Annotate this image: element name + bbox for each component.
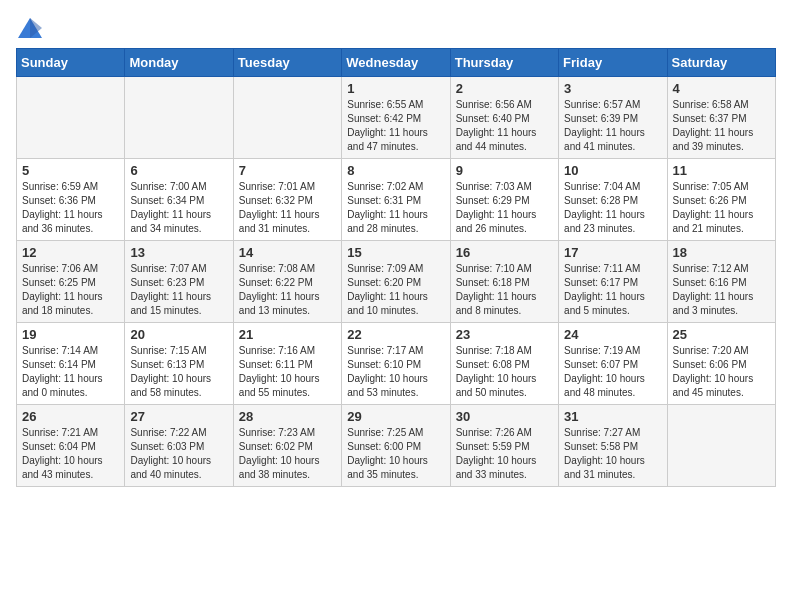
calendar-cell: 11Sunrise: 7:05 AMSunset: 6:26 PMDayligh…: [667, 159, 775, 241]
header-day-tuesday: Tuesday: [233, 49, 341, 77]
calendar-cell: 20Sunrise: 7:15 AMSunset: 6:13 PMDayligh…: [125, 323, 233, 405]
day-info: Sunrise: 7:16 AMSunset: 6:11 PMDaylight:…: [239, 344, 336, 400]
calendar-cell: [17, 77, 125, 159]
day-info: Sunrise: 7:08 AMSunset: 6:22 PMDaylight:…: [239, 262, 336, 318]
calendar: SundayMondayTuesdayWednesdayThursdayFrid…: [16, 48, 776, 487]
day-number: 21: [239, 327, 336, 342]
day-number: 27: [130, 409, 227, 424]
day-number: 29: [347, 409, 444, 424]
week-row-3: 12Sunrise: 7:06 AMSunset: 6:25 PMDayligh…: [17, 241, 776, 323]
day-number: 23: [456, 327, 553, 342]
calendar-cell: 31Sunrise: 7:27 AMSunset: 5:58 PMDayligh…: [559, 405, 667, 487]
day-info: Sunrise: 7:02 AMSunset: 6:31 PMDaylight:…: [347, 180, 444, 236]
day-number: 20: [130, 327, 227, 342]
day-info: Sunrise: 7:25 AMSunset: 6:00 PMDaylight:…: [347, 426, 444, 482]
calendar-cell: 4Sunrise: 6:58 AMSunset: 6:37 PMDaylight…: [667, 77, 775, 159]
calendar-cell: [125, 77, 233, 159]
day-info: Sunrise: 7:18 AMSunset: 6:08 PMDaylight:…: [456, 344, 553, 400]
day-number: 16: [456, 245, 553, 260]
header-day-sunday: Sunday: [17, 49, 125, 77]
day-info: Sunrise: 6:56 AMSunset: 6:40 PMDaylight:…: [456, 98, 553, 154]
calendar-cell: 1Sunrise: 6:55 AMSunset: 6:42 PMDaylight…: [342, 77, 450, 159]
calendar-cell: 17Sunrise: 7:11 AMSunset: 6:17 PMDayligh…: [559, 241, 667, 323]
day-info: Sunrise: 6:57 AMSunset: 6:39 PMDaylight:…: [564, 98, 661, 154]
day-number: 9: [456, 163, 553, 178]
day-info: Sunrise: 6:58 AMSunset: 6:37 PMDaylight:…: [673, 98, 770, 154]
calendar-cell: 14Sunrise: 7:08 AMSunset: 6:22 PMDayligh…: [233, 241, 341, 323]
day-number: 13: [130, 245, 227, 260]
week-row-2: 5Sunrise: 6:59 AMSunset: 6:36 PMDaylight…: [17, 159, 776, 241]
day-number: 31: [564, 409, 661, 424]
day-info: Sunrise: 6:59 AMSunset: 6:36 PMDaylight:…: [22, 180, 119, 236]
day-number: 15: [347, 245, 444, 260]
calendar-cell: 9Sunrise: 7:03 AMSunset: 6:29 PMDaylight…: [450, 159, 558, 241]
day-info: Sunrise: 7:03 AMSunset: 6:29 PMDaylight:…: [456, 180, 553, 236]
day-info: Sunrise: 7:22 AMSunset: 6:03 PMDaylight:…: [130, 426, 227, 482]
calendar-cell: 25Sunrise: 7:20 AMSunset: 6:06 PMDayligh…: [667, 323, 775, 405]
calendar-cell: 15Sunrise: 7:09 AMSunset: 6:20 PMDayligh…: [342, 241, 450, 323]
calendar-cell: 2Sunrise: 6:56 AMSunset: 6:40 PMDaylight…: [450, 77, 558, 159]
day-info: Sunrise: 7:00 AMSunset: 6:34 PMDaylight:…: [130, 180, 227, 236]
day-number: 18: [673, 245, 770, 260]
day-number: 17: [564, 245, 661, 260]
calendar-cell: 22Sunrise: 7:17 AMSunset: 6:10 PMDayligh…: [342, 323, 450, 405]
day-info: Sunrise: 7:05 AMSunset: 6:26 PMDaylight:…: [673, 180, 770, 236]
calendar-cell: 16Sunrise: 7:10 AMSunset: 6:18 PMDayligh…: [450, 241, 558, 323]
day-number: 12: [22, 245, 119, 260]
day-number: 28: [239, 409, 336, 424]
day-info: Sunrise: 7:17 AMSunset: 6:10 PMDaylight:…: [347, 344, 444, 400]
day-number: 11: [673, 163, 770, 178]
header-day-wednesday: Wednesday: [342, 49, 450, 77]
day-number: 4: [673, 81, 770, 96]
day-info: Sunrise: 7:27 AMSunset: 5:58 PMDaylight:…: [564, 426, 661, 482]
day-number: 24: [564, 327, 661, 342]
calendar-cell: 19Sunrise: 7:14 AMSunset: 6:14 PMDayligh…: [17, 323, 125, 405]
day-number: 22: [347, 327, 444, 342]
day-number: 8: [347, 163, 444, 178]
logo-icon: [16, 16, 44, 40]
week-row-5: 26Sunrise: 7:21 AMSunset: 6:04 PMDayligh…: [17, 405, 776, 487]
day-info: Sunrise: 7:20 AMSunset: 6:06 PMDaylight:…: [673, 344, 770, 400]
calendar-cell: 30Sunrise: 7:26 AMSunset: 5:59 PMDayligh…: [450, 405, 558, 487]
day-info: Sunrise: 7:26 AMSunset: 5:59 PMDaylight:…: [456, 426, 553, 482]
calendar-cell: 26Sunrise: 7:21 AMSunset: 6:04 PMDayligh…: [17, 405, 125, 487]
calendar-cell: [667, 405, 775, 487]
calendar-header-row: SundayMondayTuesdayWednesdayThursdayFrid…: [17, 49, 776, 77]
day-number: 5: [22, 163, 119, 178]
day-info: Sunrise: 7:06 AMSunset: 6:25 PMDaylight:…: [22, 262, 119, 318]
calendar-cell: 21Sunrise: 7:16 AMSunset: 6:11 PMDayligh…: [233, 323, 341, 405]
calendar-cell: 8Sunrise: 7:02 AMSunset: 6:31 PMDaylight…: [342, 159, 450, 241]
week-row-4: 19Sunrise: 7:14 AMSunset: 6:14 PMDayligh…: [17, 323, 776, 405]
calendar-cell: 24Sunrise: 7:19 AMSunset: 6:07 PMDayligh…: [559, 323, 667, 405]
day-number: 14: [239, 245, 336, 260]
calendar-cell: 28Sunrise: 7:23 AMSunset: 6:02 PMDayligh…: [233, 405, 341, 487]
calendar-cell: 29Sunrise: 7:25 AMSunset: 6:00 PMDayligh…: [342, 405, 450, 487]
day-number: 7: [239, 163, 336, 178]
calendar-cell: 13Sunrise: 7:07 AMSunset: 6:23 PMDayligh…: [125, 241, 233, 323]
day-info: Sunrise: 7:04 AMSunset: 6:28 PMDaylight:…: [564, 180, 661, 236]
header-day-thursday: Thursday: [450, 49, 558, 77]
calendar-cell: 5Sunrise: 6:59 AMSunset: 6:36 PMDaylight…: [17, 159, 125, 241]
calendar-cell: 3Sunrise: 6:57 AMSunset: 6:39 PMDaylight…: [559, 77, 667, 159]
day-info: Sunrise: 7:01 AMSunset: 6:32 PMDaylight:…: [239, 180, 336, 236]
calendar-cell: 12Sunrise: 7:06 AMSunset: 6:25 PMDayligh…: [17, 241, 125, 323]
calendar-cell: 23Sunrise: 7:18 AMSunset: 6:08 PMDayligh…: [450, 323, 558, 405]
day-info: Sunrise: 7:19 AMSunset: 6:07 PMDaylight:…: [564, 344, 661, 400]
day-number: 1: [347, 81, 444, 96]
day-info: Sunrise: 7:23 AMSunset: 6:02 PMDaylight:…: [239, 426, 336, 482]
day-number: 25: [673, 327, 770, 342]
day-info: Sunrise: 7:14 AMSunset: 6:14 PMDaylight:…: [22, 344, 119, 400]
day-number: 10: [564, 163, 661, 178]
logo: [16, 16, 48, 40]
calendar-cell: 7Sunrise: 7:01 AMSunset: 6:32 PMDaylight…: [233, 159, 341, 241]
day-number: 26: [22, 409, 119, 424]
calendar-cell: 10Sunrise: 7:04 AMSunset: 6:28 PMDayligh…: [559, 159, 667, 241]
calendar-cell: 6Sunrise: 7:00 AMSunset: 6:34 PMDaylight…: [125, 159, 233, 241]
day-info: Sunrise: 7:10 AMSunset: 6:18 PMDaylight:…: [456, 262, 553, 318]
day-number: 3: [564, 81, 661, 96]
calendar-cell: 27Sunrise: 7:22 AMSunset: 6:03 PMDayligh…: [125, 405, 233, 487]
day-info: Sunrise: 6:55 AMSunset: 6:42 PMDaylight:…: [347, 98, 444, 154]
calendar-cell: [233, 77, 341, 159]
day-info: Sunrise: 7:15 AMSunset: 6:13 PMDaylight:…: [130, 344, 227, 400]
day-info: Sunrise: 7:07 AMSunset: 6:23 PMDaylight:…: [130, 262, 227, 318]
